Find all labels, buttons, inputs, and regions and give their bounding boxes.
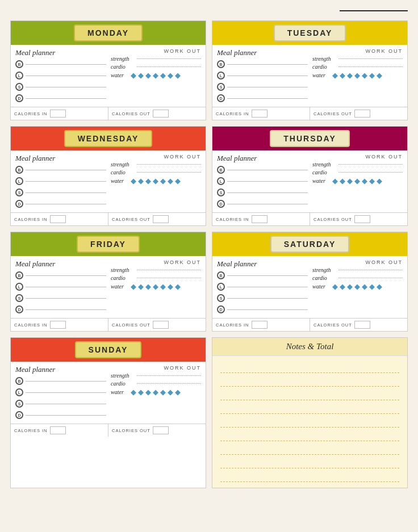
meal-input-line[interactable] [26, 309, 106, 310]
water-drop[interactable]: ◆ [153, 388, 158, 396]
workout-strength-line[interactable] [137, 58, 201, 59]
meal-input-line[interactable] [26, 275, 106, 276]
water-drop[interactable]: ◆ [168, 388, 173, 396]
water-drop[interactable]: ◆ [160, 388, 166, 396]
workout-strength-line[interactable] [338, 164, 403, 165]
workout-cardio-line[interactable] [137, 66, 201, 67]
meal-input-line[interactable] [227, 87, 308, 87]
meal-input-line[interactable] [26, 392, 106, 393]
workout-cardio-line[interactable] [338, 278, 403, 278]
water-drop[interactable]: ◆ [377, 283, 382, 290]
meal-input-line[interactable] [26, 170, 106, 170]
meal-input-line[interactable] [227, 76, 308, 76]
meal-input-line[interactable] [227, 98, 308, 99]
water-drop[interactable]: ◆ [168, 283, 173, 290]
workout-cardio-line[interactable] [137, 172, 201, 173]
water-drop[interactable]: ◆ [175, 177, 181, 185]
water-drop[interactable]: ◆ [145, 283, 151, 290]
water-drop[interactable]: ◆ [138, 177, 144, 185]
notes-line[interactable] [220, 361, 399, 373]
water-drop[interactable]: ◆ [153, 177, 158, 185]
notes-line[interactable] [220, 429, 399, 441]
notes-line[interactable] [220, 374, 399, 387]
water-drop[interactable]: ◆ [362, 283, 367, 290]
meal-input-line[interactable] [26, 192, 106, 193]
meal-input-line[interactable] [26, 415, 106, 416]
water-drop[interactable]: ◆ [362, 177, 367, 185]
workout-strength-line[interactable] [137, 164, 201, 165]
meal-input-line[interactable] [26, 181, 106, 182]
water-drop[interactable]: ◆ [160, 177, 166, 185]
week-of-line[interactable] [340, 10, 408, 11]
water-drop[interactable]: ◆ [362, 72, 367, 79]
meal-input-line[interactable] [26, 204, 106, 204]
workout-cardio-line[interactable] [338, 66, 403, 67]
meal-input-line[interactable] [26, 381, 106, 382]
water-drop[interactable]: ◆ [168, 177, 173, 185]
water-drop[interactable]: ◆ [347, 72, 353, 79]
water-drop[interactable]: ◆ [175, 388, 181, 396]
water-drop[interactable]: ◆ [369, 283, 375, 290]
water-drop[interactable]: ◆ [131, 72, 136, 79]
calories-out-input[interactable] [153, 110, 169, 118]
calories-out-input[interactable] [153, 215, 169, 223]
water-drop[interactable]: ◆ [332, 177, 338, 185]
meal-input-line[interactable] [227, 309, 308, 310]
water-drop[interactable]: ◆ [354, 177, 360, 185]
calories-in-input[interactable] [252, 110, 267, 118]
meal-input-line[interactable] [227, 275, 308, 276]
meal-input-line[interactable] [227, 64, 308, 65]
water-drop[interactable]: ◆ [347, 283, 353, 290]
calories-in-input[interactable] [50, 321, 66, 329]
notes-body[interactable] [212, 356, 407, 488]
calories-in-input[interactable] [50, 110, 66, 118]
meal-input-line[interactable] [227, 192, 308, 193]
meal-input-line[interactable] [227, 170, 308, 170]
water-drop[interactable]: ◆ [354, 72, 360, 79]
water-drop[interactable]: ◆ [332, 283, 338, 290]
water-drop[interactable]: ◆ [340, 283, 345, 290]
water-drop[interactable]: ◆ [145, 72, 151, 79]
water-drop[interactable]: ◆ [153, 283, 158, 290]
water-drop[interactable]: ◆ [145, 177, 151, 185]
water-drop[interactable]: ◆ [138, 283, 144, 290]
water-drop[interactable]: ◆ [138, 72, 144, 79]
workout-cardio-line[interactable] [137, 383, 201, 384]
workout-strength-line[interactable] [137, 375, 201, 376]
notes-line[interactable] [220, 415, 399, 428]
meal-input-line[interactable] [26, 98, 106, 99]
meal-input-line[interactable] [227, 287, 308, 287]
water-drop[interactable]: ◆ [369, 177, 375, 185]
water-drop[interactable]: ◆ [354, 283, 360, 290]
calories-in-input[interactable] [50, 215, 66, 223]
water-drop[interactable]: ◆ [131, 283, 136, 290]
water-drop[interactable]: ◆ [340, 177, 345, 185]
meal-input-line[interactable] [26, 298, 106, 299]
notes-line[interactable] [220, 442, 399, 455]
water-drop[interactable]: ◆ [175, 283, 181, 290]
meal-input-line[interactable] [227, 298, 308, 299]
water-drop[interactable]: ◆ [340, 72, 345, 79]
meal-input-line[interactable] [26, 64, 106, 65]
notes-line[interactable] [220, 388, 399, 400]
water-drop[interactable]: ◆ [369, 72, 375, 79]
water-drop[interactable]: ◆ [138, 388, 144, 396]
water-drop[interactable]: ◆ [160, 72, 166, 79]
meal-input-line[interactable] [26, 76, 106, 76]
water-drop[interactable]: ◆ [153, 72, 158, 79]
calories-out-input[interactable] [354, 215, 370, 223]
water-drop[interactable]: ◆ [160, 283, 166, 290]
calories-out-input[interactable] [153, 426, 169, 434]
calories-out-input[interactable] [354, 110, 370, 118]
calories-out-input[interactable] [153, 321, 169, 329]
water-drop[interactable]: ◆ [377, 177, 382, 185]
water-drop[interactable]: ◆ [377, 72, 382, 79]
meal-input-line[interactable] [26, 404, 106, 404]
workout-cardio-line[interactable] [338, 172, 403, 173]
water-drop[interactable]: ◆ [175, 72, 181, 79]
meal-input-line[interactable] [227, 181, 308, 182]
notes-line[interactable] [220, 456, 399, 468]
water-drop[interactable]: ◆ [332, 72, 338, 79]
calories-in-input[interactable] [252, 321, 267, 329]
meal-input-line[interactable] [26, 87, 106, 87]
